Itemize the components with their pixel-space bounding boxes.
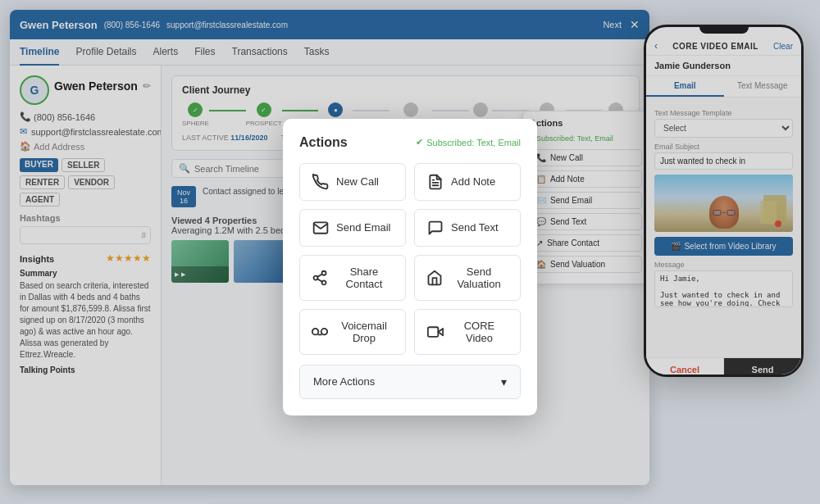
new-call-label: New Call xyxy=(336,175,379,188)
send-text-icon xyxy=(426,220,444,236)
send-text-button[interactable]: Send Text xyxy=(414,209,521,247)
send-email-button[interactable]: Send Email xyxy=(299,209,406,247)
voicemail-drop-icon xyxy=(312,324,328,340)
send-valuation-icon xyxy=(426,270,443,286)
send-valuation-label: Send Valuation xyxy=(449,266,508,290)
svg-line-6 xyxy=(317,274,322,276)
send-email-label: Send Email xyxy=(336,221,390,234)
modal-subscribed-text: Subscribed: Text, Email xyxy=(426,138,521,148)
modal-title: Actions xyxy=(299,135,348,150)
send-text-label: Send Text xyxy=(451,221,499,234)
new-call-button[interactable]: New Call xyxy=(299,163,406,201)
new-call-icon xyxy=(312,174,330,190)
core-video-button[interactable]: CORE Video xyxy=(414,309,521,355)
subscribed-check-icon: ✔ xyxy=(416,137,423,148)
svg-point-7 xyxy=(312,328,319,334)
voicemail-drop-label: Voicemail Drop xyxy=(335,320,394,344)
share-contact-button[interactable]: Share Contact xyxy=(299,255,406,301)
more-actions-label: More Actions xyxy=(313,375,375,388)
add-note-icon xyxy=(426,174,444,190)
send-valuation-button[interactable]: Send Valuation xyxy=(414,255,521,301)
add-note-button[interactable]: Add Note xyxy=(414,163,521,201)
modal-subscribed: ✔ Subscribed: Text, Email xyxy=(416,137,521,148)
share-contact-icon xyxy=(312,270,328,286)
share-contact-label: Share Contact xyxy=(335,266,394,290)
svg-rect-11 xyxy=(427,327,438,337)
actions-modal: Actions ✔ Subscribed: Text, Email New Ca… xyxy=(283,119,537,415)
svg-point-8 xyxy=(321,328,328,334)
send-email-icon xyxy=(312,220,330,236)
voicemail-drop-button[interactable]: Voicemail Drop xyxy=(299,309,406,355)
more-actions-button[interactable]: More Actions ▾ xyxy=(299,365,521,399)
modal-actions-grid: New Call Add Note Send Email Send Text xyxy=(299,163,521,355)
modal-header: Actions ✔ Subscribed: Text, Email xyxy=(299,135,521,150)
svg-line-5 xyxy=(317,279,322,281)
add-note-label: Add Note xyxy=(451,175,495,188)
chevron-down-icon: ▾ xyxy=(501,375,507,388)
core-video-icon xyxy=(426,324,444,340)
core-video-label: CORE Video xyxy=(450,320,508,344)
